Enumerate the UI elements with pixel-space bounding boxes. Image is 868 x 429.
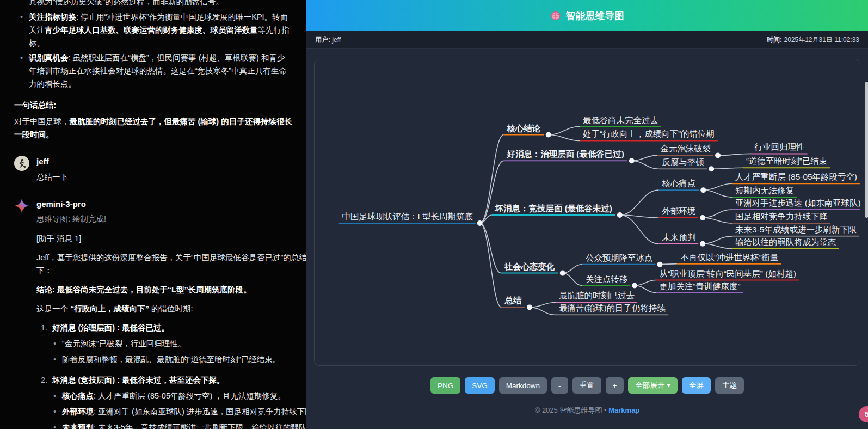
- mindmap-collapse-dot[interactable]: [632, 283, 637, 289]
- mindmap-link: [549, 127, 580, 135]
- chat-bullet-item: 识别真机会: 虽然职业层面在“横盘”，但民间赛事 (村超、草根联赛) 和青少年培…: [29, 51, 292, 90]
- mindmap-collapse-dot[interactable]: [477, 220, 483, 226]
- mindmap-node-text[interactable]: 行业回归理性: [754, 142, 805, 151]
- mindmap-collapse-dot[interactable]: [715, 152, 721, 158]
- time-info-value: 2025年12月31日 11:02:33: [784, 36, 859, 44]
- assistant-numbered-list: 1.好消息 (治理层面) : 最低谷已过。“金元泡沫”已破裂，行业回归理性。随着…: [36, 321, 306, 429]
- mindmap-node-text[interactable]: 中国足球现状评估：L型长周期筑底: [342, 212, 473, 221]
- mindmap-link: [635, 280, 656, 286]
- mindmap-node-text[interactable]: 国足相对竞争力持续下降: [735, 212, 828, 221]
- mindmap-collapse-dot[interactable]: [546, 132, 551, 138]
- mindmap-link: [703, 218, 732, 223]
- toolbar-button-全屏[interactable]: 全屏: [682, 377, 711, 394]
- vertical-scrollbar-thumb[interactable]: [865, 82, 868, 218]
- mindmap-link: [549, 135, 580, 141]
- mindmap-collapse-dot[interactable]: [657, 262, 662, 267]
- mindmap-node-text[interactable]: 最低谷尚未完全过去: [583, 115, 658, 125]
- toolbar-button-重置[interactable]: 重置: [572, 377, 601, 394]
- mindmap-node-text[interactable]: 从“职业顶层”转向“民间基层” (如村超): [660, 269, 796, 278]
- mindmap-node-text[interactable]: 未来3-5年成绩或进一步刷新下限: [735, 225, 857, 234]
- mindmap-node-text[interactable]: 总结: [504, 296, 522, 305]
- toolbar-button--[interactable]: -: [551, 377, 568, 394]
- mindmap-panel: 智能思维导图 用户: jeff 时间: 2025年12月31日 11:02:33…: [306, 0, 868, 429]
- mindmap-collapse-dot[interactable]: [700, 215, 705, 220]
- user-message-text: 总结一下: [36, 170, 68, 183]
- gemini-star-icon: [15, 199, 29, 213]
- mindmap-collapse-dot[interactable]: [700, 187, 706, 193]
- mindmap-link: [620, 215, 659, 244]
- app-title: 智能思维导图: [566, 9, 625, 22]
- mindmap-link: [530, 302, 556, 307]
- mindmap-node-text[interactable]: “道德至暗时刻”已结束: [746, 156, 827, 166]
- mindmap-canvas[interactable]: 中国足球现状评估：L型长周期筑底核心结论最低谷尚未完全过去处于“行政向上，成绩向…: [314, 59, 860, 366]
- mindmap-node-text[interactable]: 好消息：治理层面 (最低谷已过): [507, 149, 624, 158]
- mindmap-node-text[interactable]: 未来预判: [662, 232, 696, 242]
- mindmap-node-text[interactable]: 输给以往的弱队将成为常态: [735, 237, 836, 247]
- mindmap-node-text[interactable]: 处于“行政向上，成绩向下”的错位期: [582, 129, 715, 138]
- mindmap-link: [703, 183, 732, 190]
- divider-bottom: [306, 401, 868, 401]
- mindmap-link: [530, 307, 556, 315]
- mindmap-node-text[interactable]: 反腐与整顿: [662, 157, 705, 167]
- mindmap-link: [703, 190, 732, 197]
- mindmap-collapse-dot[interactable]: [700, 241, 705, 247]
- mindmap-collapse-dot[interactable]: [527, 304, 532, 310]
- mindmap-node-text[interactable]: 社会心态变化: [504, 262, 555, 271]
- mindmap-link: [703, 210, 732, 218]
- numbered-item: 2.坏消息 (竞技层面) : 最低谷未过，甚至还会下探。核心痛点: 人才严重断层…: [36, 373, 306, 429]
- mindmap-link: [632, 155, 657, 161]
- assistant-name: gemini-3-pro: [36, 198, 306, 211]
- mindmap-node-text[interactable]: 最肮脏的时刻已过去: [559, 291, 635, 300]
- mindmap-link: [620, 190, 659, 215]
- user-info: 用户: jeff: [315, 35, 341, 45]
- toolbar-button-全部展开[interactable]: 全部展开 ▾: [628, 377, 678, 394]
- toolbar-button-+[interactable]: +: [606, 377, 624, 394]
- mindmap-link: [635, 286, 656, 293]
- mindmap-node-text[interactable]: 坏消息：竞技层面 (最低谷未过): [495, 204, 612, 213]
- mindmap-collapse-dot[interactable]: [617, 212, 623, 218]
- mindmap-link: [711, 168, 743, 169]
- mindmap-collapse-dot[interactable]: [709, 166, 714, 171]
- assistant-period-line: 这是一个 “行政向上，成绩向下” 的错位时期:: [36, 302, 306, 315]
- mindmap-node-text[interactable]: 核心痛点: [662, 179, 696, 188]
- mindmap-node-text[interactable]: 核心结论: [507, 124, 541, 133]
- mindmap-node-text[interactable]: 更加关注“青训健康度”: [660, 281, 741, 291]
- mindmap-collapse-dot[interactable]: [560, 271, 565, 276]
- assistant-tag: [助手 消息 1]: [36, 232, 306, 245]
- toolbar-button-Markdown[interactable]: Markdown: [499, 377, 547, 394]
- mindmap-node-text[interactable]: 关注点转移: [586, 274, 627, 284]
- toolbar-button-主题[interactable]: 主题: [715, 377, 744, 394]
- mindmap-node-text[interactable]: 短期内无法修复: [735, 186, 794, 195]
- chat-scroll-area[interactable]: 其视为“偿还历史欠债”的必然过程，而非新的崩盘信号。 关注指标切换: 停止用“冲…: [0, 0, 306, 429]
- mindmap-node-text[interactable]: 外部环境: [662, 206, 696, 216]
- chat-tail-line: 其视为“偿还历史欠债”的必然过程，而非新的崩盘信号。: [29, 0, 292, 8]
- user-avatar: [14, 156, 29, 171]
- mindmap-svg: 中国足球现状评估：L型长周期筑底核心结论最低谷尚未完全过去处于“行政向上，成绩向…: [315, 59, 860, 365]
- mindmap-node-text[interactable]: 公众预期降至冰点: [586, 253, 652, 262]
- mindmap-node-text[interactable]: 不再仅以“冲进世界杯”衡量: [680, 253, 778, 262]
- toolbar-button-PNG[interactable]: PNG: [430, 377, 460, 394]
- assistant-conclusion: 结论: 最低谷尚未完全过去，目前处于“L型”长周期筑底阶段。: [36, 283, 306, 296]
- divider-top: [306, 376, 868, 376]
- mindmap-toolbar: PNGSVGMarkdown-重置+全部展开 ▾全屏主题: [306, 377, 868, 394]
- mindmap-node-text[interactable]: 人才严重断层 (85-05年龄段亏空): [735, 172, 857, 181]
- mindmap-link: [703, 236, 732, 244]
- mindmap-collapse-dot[interactable]: [629, 158, 635, 163]
- mindmap-header: 智能思维导图: [306, 0, 868, 31]
- mindmap-link: [563, 273, 582, 286]
- summary-label: 一句话总结:: [14, 99, 292, 112]
- floating-badge[interactable]: 5: [859, 406, 868, 422]
- markmap-link[interactable]: Markmap: [608, 406, 639, 414]
- mindmap-node-text[interactable]: 金元泡沫破裂: [661, 144, 711, 153]
- app-root: 其视为“偿还历史欠债”的必然过程，而非新的崩盘信号。 关注指标切换: 停止用“冲…: [0, 0, 868, 429]
- summary-text: 对于中国足球，最肮脏的时刻已经过去了，但最痛苦 (输球) 的日子还得持续很长一段…: [14, 115, 292, 141]
- mindmap-node-text[interactable]: 亚洲对手进步迅速 (如东南亚球队): [735, 198, 860, 207]
- footer-copyright: © 2025 智能思维导图: [535, 406, 602, 414]
- numbered-item: 1.好消息 (治理层面) : 最低谷已过。“金元泡沫”已破裂，行业回归理性。随着…: [36, 321, 306, 369]
- sub-bullet-item: “金元泡沫”已破裂，行业回归理性。: [52, 337, 280, 350]
- chat-panel: 其视为“偿还历史欠债”的必然过程，而非新的崩盘信号。 关注指标切换: 停止用“冲…: [0, 0, 306, 429]
- mindmap-node-text[interactable]: 最痛苦(输球)的日子仍将持续: [559, 303, 666, 312]
- toolbar-button-SVG[interactable]: SVG: [465, 377, 495, 394]
- assistant-intro: Jeff，基于您提供的这份深度整合报告，关于“中国足球最低谷是否已过”的总结如下…: [36, 251, 306, 277]
- sub-bullet-item: 外部环境: 亚洲对手 (如东南亚球队) 进步迅速，国足相对竞争力持续下降。: [52, 405, 306, 418]
